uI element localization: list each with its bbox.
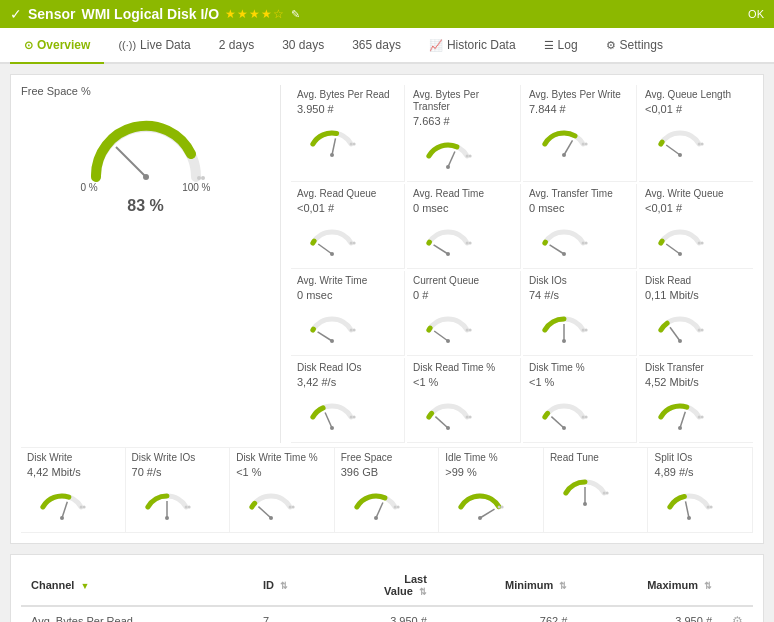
bottom-gauge-label: Disk Write [27,452,119,464]
bottom-gauge-label: Free Space [341,452,433,464]
svg-line-56 [435,417,448,428]
tab-overview[interactable]: ⊙ Overview [10,28,104,64]
col-minimum[interactable]: Minimum ⇅ [437,565,577,606]
col-id[interactable]: ID ⇅ [253,565,330,606]
svg-point-11 [469,155,472,158]
small-gauge-value: <0,01 # [645,103,747,115]
header-sensor-label: Sensor [28,6,75,22]
tab-2days[interactable]: 2 days [205,28,268,64]
small-gauge-item: Disk Transfer 4,52 Mbit/s [639,358,753,443]
svg-point-67 [701,416,704,419]
big-gauge-container: 0 % 100 % 83 % [21,102,270,215]
channel-sort-icon: ▼ [80,581,89,591]
tab-30days-label: 30 days [282,38,324,52]
svg-line-28 [550,245,564,254]
svg-point-51 [701,329,704,332]
small-gauge-label: Disk IOs [529,275,630,287]
small-gauge-value: 7.663 # [413,115,514,127]
small-gauge-item: Disk Read IOs 3,42 #/s [291,358,405,443]
svg-point-19 [701,143,704,146]
svg-point-81 [374,516,378,520]
bottom-gauge-item: Disk Write Time % <1 % [230,448,335,533]
log-icon: ☰ [544,39,554,52]
tab-settings-label: Settings [620,38,663,52]
small-gauge-label: Avg. Transfer Time [529,188,630,200]
small-gauge-item: Disk Read Time % <1 % [407,358,521,443]
bottom-gauge-label: Disk Write Time % [236,452,328,464]
small-gauge-label: Avg. Read Queue [297,188,398,200]
small-gauge-label: Avg. Write Time [297,275,398,287]
svg-point-74 [184,506,187,509]
tab-livedata[interactable]: ((·)) Live Data [104,28,204,64]
svg-point-30 [582,242,585,245]
bottom-gauge-item: Free Space 396 GB [335,448,440,533]
svg-point-47 [585,329,588,332]
svg-point-23 [353,242,356,245]
tab-settings[interactable]: ⚙ Settings [592,28,677,64]
svg-line-24 [434,245,448,254]
svg-point-87 [501,506,504,509]
svg-line-32 [666,244,680,254]
svg-point-62 [582,416,585,419]
free-space-label: Free Space % [21,85,270,97]
tab-log[interactable]: ☰ Log [530,28,592,64]
svg-point-73 [165,516,169,520]
bottom-gauge-value: 396 GB [341,466,433,478]
small-gauge-value: <0,01 # [297,202,398,214]
col-lastvalue[interactable]: LastValue ⇅ [330,565,437,606]
tab-overview-label: Overview [37,38,90,52]
small-gauge-label: Avg. Read Time [413,188,514,200]
col-maximum[interactable]: Maximum ⇅ [577,565,722,606]
svg-point-53 [330,426,334,430]
small-gauge-item: Avg. Write Queue <0,01 # [639,184,753,269]
bottom-gauge-label: Idle Time % [445,452,537,464]
svg-point-7 [353,143,356,146]
small-gauge-item: Disk Read 0,11 Mbit/s [639,271,753,356]
edit-icon[interactable]: ✎ [291,8,300,21]
svg-line-80 [376,503,383,519]
small-gauge-value: <0,01 # [645,202,747,214]
tab-historicdata[interactable]: 📈 Historic Data [415,28,530,64]
svg-point-21 [330,252,334,256]
svg-point-6 [350,143,353,146]
svg-point-78 [289,506,292,509]
small-gauge-item: Current Queue 0 # [407,271,521,356]
svg-line-36 [318,332,332,341]
row-link-icon[interactable]: ⚙ [732,614,743,622]
svg-point-31 [585,242,588,245]
svg-point-1 [143,174,149,180]
small-gauge-label: Disk Transfer [645,362,747,374]
small-gauge-value: 0 msec [413,202,514,214]
small-gauge-label: Disk Read [645,275,747,287]
bottom-gauge-value: 4,42 Mbit/s [27,466,119,478]
svg-point-9 [446,165,450,169]
bottom-gauge-label: Disk Write IOs [132,452,224,464]
svg-point-17 [678,153,682,157]
svg-point-29 [562,252,566,256]
svg-line-4 [332,138,336,155]
bottom-gauge-value: 70 #/s [132,466,224,478]
tab-historicdata-label: Historic Data [447,38,516,52]
svg-line-92 [686,501,690,518]
svg-line-60 [551,417,564,428]
small-gauges-grid: Avg. Bytes Per Read 3.950 # Avg. Bytes P… [291,85,753,443]
svg-point-18 [698,143,701,146]
gauge-range-labels: 0 % 100 % [81,182,211,193]
gauge-max-label: 100 % [182,182,210,193]
small-gauge-label: Avg. Write Queue [645,188,747,200]
small-gauge-item: Disk Time % <1 % [523,358,637,443]
header-status: OK [748,8,764,20]
svg-point-93 [687,516,691,520]
small-gauge-item: Avg. Read Queue <0,01 # [291,184,405,269]
tab-30days[interactable]: 30 days [268,28,338,64]
svg-point-22 [350,242,353,245]
col-channel[interactable]: Channel ▼ [21,565,253,606]
cell-action[interactable]: ⚙ [722,606,753,622]
svg-point-43 [469,329,472,332]
tab-365days[interactable]: 365 days [338,28,415,64]
small-gauge-value: 3,42 #/s [297,376,398,388]
svg-point-82 [393,506,396,509]
lastvalue-sort-icon: ⇅ [419,587,427,597]
cell-maximum: 3.950 # [577,606,722,622]
overview-panel: Free Space % 0 % [10,74,764,544]
